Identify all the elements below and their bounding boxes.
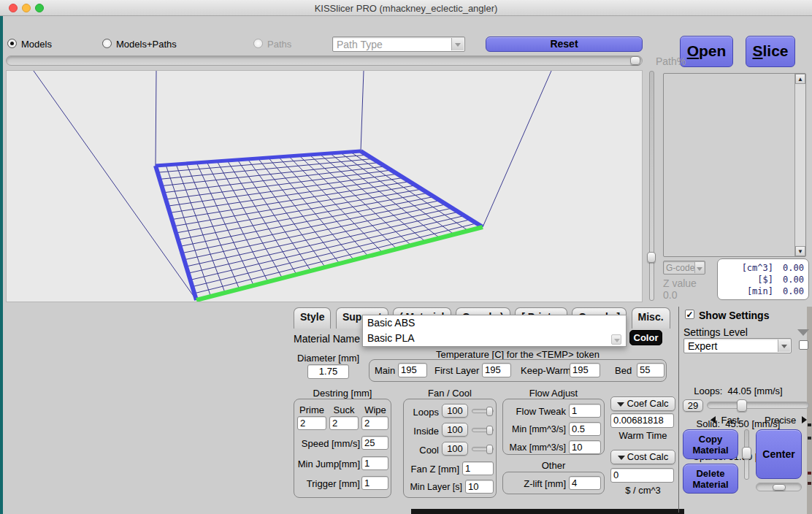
other-group: Z-lift [mm] 4 [502, 472, 605, 494]
destring-suck-label: Suck [329, 404, 359, 415]
center-button[interactable]: Center [756, 429, 802, 479]
tab-style[interactable]: Style [294, 307, 331, 329]
fan-loops-slider-handle[interactable] [486, 407, 493, 416]
radio-models-label: Models [21, 39, 52, 50]
destring-wipe-input[interactable]: 2 [361, 416, 388, 430]
model-list-panel[interactable]: ▲ ▼ [663, 73, 806, 257]
temp-main-input[interactable]: 195 [398, 363, 427, 377]
destring-min-jump-input[interactable]: 1 [361, 456, 388, 470]
show-settings-checkbox[interactable]: ✓ [685, 310, 694, 319]
background-window-strip-right [807, 307, 812, 514]
cost-calc-button[interactable]: Cost Calc [610, 450, 675, 464]
temp-first-layer-label: First Layer [434, 365, 479, 376]
reset-button[interactable]: Reset [486, 37, 643, 52]
destring-group: Prime Suck Wipe 2 2 2 Speed [mm/s] 25 Mi… [294, 399, 391, 498]
path-slider-handle[interactable] [647, 252, 656, 263]
flow-max-input[interactable]: 10 [569, 440, 601, 454]
dropdown-item-basic-pla[interactable]: Basic PLA [363, 331, 626, 346]
fan-inside-slider[interactable] [472, 428, 494, 432]
diameter-label: Diameter [mm] [297, 353, 359, 364]
detail-value-box[interactable]: 29 [683, 399, 703, 412]
model-review-slider-handle[interactable] [630, 56, 640, 65]
z-lift-input[interactable]: 4 [569, 476, 601, 490]
coef-calc-button[interactable]: Coef Calc [610, 396, 675, 411]
temperature-group: Main 195 First Layer 195 Keep-Warm 195 B… [369, 359, 667, 382]
fan-loops-label: Loops [404, 407, 439, 418]
tab-misc[interactable]: Misc. [632, 307, 670, 329]
destring-title: Destring [mm] [294, 388, 391, 399]
material-vertical-slider-handle[interactable] [742, 447, 751, 459]
fan-z-input[interactable]: 1 [462, 461, 494, 475]
panel-separator [678, 307, 679, 513]
fan-z-label: Fan Z [mm] [404, 464, 459, 475]
scroll-down-icon[interactable]: ▼ [795, 246, 805, 256]
temp-bed-label: Bed [615, 365, 632, 376]
destring-prime-input[interactable]: 2 [297, 416, 326, 430]
flow-min-input[interactable]: 0.5 [569, 422, 601, 436]
chevron-down-icon [694, 262, 704, 273]
delete-material-button[interactable]: Delete Material [683, 464, 738, 494]
fast-precise-slider-handle[interactable] [737, 399, 747, 412]
min-layer-input[interactable]: 10 [465, 480, 494, 494]
destring-suck-input[interactable]: 2 [329, 416, 359, 430]
fan-cool-slider-handle[interactable] [486, 445, 493, 454]
path-type-select: Path Type [332, 37, 465, 52]
flow-max-label: Max [mm^3/s] [503, 442, 566, 453]
fast-precise-slider[interactable] [707, 402, 809, 409]
copy-material-label: Copy Material [692, 434, 729, 456]
center-horizontal-slider[interactable] [756, 483, 802, 491]
destring-min-jump-label: Min Jump[mm] [294, 459, 360, 469]
center-horizontal-slider-handle[interactable] [773, 484, 786, 491]
settings-extra-checkbox[interactable] [799, 340, 808, 350]
material-vertical-slider[interactable] [742, 429, 751, 480]
settings-level-label: Settings Level [683, 326, 748, 338]
z-value-label: Z value [663, 277, 697, 289]
model-viewport[interactable] [6, 70, 643, 302]
fan-cool-value[interactable]: 100 [442, 442, 468, 456]
model-list-scrollbar[interactable]: ▲ ▼ [794, 74, 805, 256]
fan-loops-value[interactable]: 100 [442, 404, 468, 418]
settings-level-select[interactable]: Expert [683, 338, 792, 353]
speed-loops: Loops: 44.05 [mm/s] [683, 386, 793, 396]
scroll-up-icon[interactable]: ▲ [795, 74, 805, 84]
slice-button[interactable]: Slice [746, 36, 795, 67]
left-triangle-icon [710, 416, 716, 423]
flow-adjust-group: Flow Tweak 1 Min [mm^3/s] 0.5 Max [mm^3/… [502, 399, 605, 455]
temp-first-layer-input[interactable]: 195 [482, 363, 511, 377]
open-button-label: Open [681, 42, 732, 60]
destring-prime-label: Prime [297, 404, 326, 415]
radio-models-paths-circle[interactable] [102, 39, 112, 48]
z-lift-label: Z-lift [mm] [503, 478, 566, 489]
collapse-triangle-icon[interactable] [797, 329, 809, 336]
fan-cool-slider[interactable] [472, 447, 494, 451]
radio-paths-circle [253, 39, 263, 48]
down-triangle-icon [617, 402, 624, 407]
flow-tweak-input[interactable]: 1 [569, 404, 601, 418]
flow-adjust-title: Flow Adjust [502, 388, 605, 399]
print-stats-box: [cm^3]0.00 [$]0.00 [min]0.00 [717, 258, 809, 300]
color-button-label: Color [634, 332, 659, 343]
fan-inside-value[interactable]: 100 [442, 423, 468, 437]
destring-trigger-input[interactable]: 1 [361, 476, 388, 490]
stat-time: [min]0.00 [722, 285, 804, 297]
diameter-input[interactable]: 1.75 [307, 364, 349, 379]
color-button[interactable]: Color [629, 330, 662, 345]
copy-material-button[interactable]: Copy Material [683, 429, 738, 459]
fan-loops-slider[interactable] [472, 409, 494, 413]
chevron-down-icon [778, 340, 790, 352]
flow-min-label: Min [mm^3/s] [503, 424, 566, 434]
cost-value-input[interactable]: 0 [610, 468, 674, 483]
dropdown-item-basic-abs[interactable]: Basic ABS [363, 315, 626, 331]
radio-models-circle[interactable] [7, 39, 17, 48]
down-triangle-icon [618, 456, 625, 460]
temp-keep-warm-input[interactable]: 195 [570, 363, 600, 377]
temp-bed-input[interactable]: 55 [637, 363, 664, 377]
destring-speed-input[interactable]: 25 [361, 436, 388, 450]
fan-inside-slider-handle[interactable] [486, 426, 493, 435]
model-review-slider[interactable] [6, 55, 643, 66]
path-slider-vertical[interactable] [647, 71, 656, 301]
open-button[interactable]: Open [680, 36, 733, 67]
chevron-down-icon [451, 38, 464, 50]
coef-value-input[interactable]: 0.00681818 [610, 413, 674, 428]
material-name-dropdown[interactable]: Basic ABS Basic PLA [362, 315, 627, 347]
